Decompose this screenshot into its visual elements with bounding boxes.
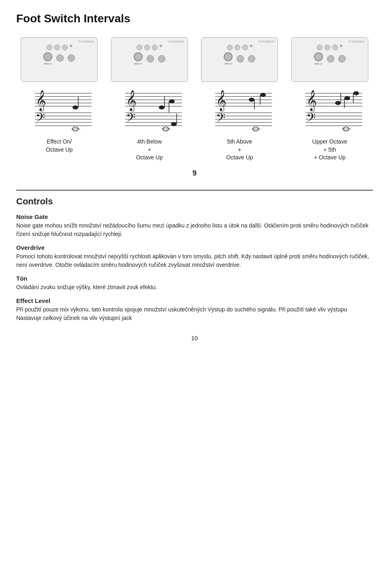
overdrive-text: Pomocí tohoto kontrolovat množství nejvy… [16,252,373,269]
device-top-row-2 [115,45,184,50]
knob-med-4c [338,55,346,62]
knob-med-3c [248,55,255,62]
effect-level-text: Při použití pouze mix výkonu, tato kontr… [16,305,373,322]
device-illustration-2: FISHMAN effect on [111,37,188,82]
controls-title: Controls [16,196,373,207]
column-upper-octave: FISHMAN effect on [287,37,373,162]
knob-med-4b [327,55,334,62]
svg-point-60 [335,101,341,105]
device-top-row-4 [295,45,365,50]
knob-label-3a: effect on [224,62,232,65]
effect-level-heading: Effect Level [16,297,373,304]
device-illustration-4: FISHMAN effect on [291,37,368,82]
knob-med-1c [68,54,75,62]
device-top-row-1 [24,45,94,50]
control-block-noise-gate: Noise Gate Noise gate mohou snížit množs… [16,213,373,238]
knob-large-2a [134,52,143,61]
device-middle-4: effect on [295,52,365,65]
svg-point-24 [169,99,175,103]
knob-med-1b [56,54,64,62]
knob-large-3a [224,52,233,61]
svg-point-42 [249,98,254,102]
svg-point-22 [159,105,165,109]
knob-3b [235,45,240,50]
knob-label-1a: effect on [44,62,52,65]
col-label-4: Upper Octave + 5th + Octave Up [312,138,347,162]
svg-point-64 [353,91,359,95]
knob-4b [325,45,330,50]
svg-text:𝄢: 𝄢 [126,111,135,127]
overdrive-heading: Overdrive [16,244,373,251]
page-number-top: 9 [16,169,373,178]
control-block-effect-level: Effect Level Při použití pouze mix výkon… [16,297,373,322]
svg-text:𝄢: 𝄢 [216,111,225,127]
noise-gate-text: Noise gate mohou snížit množství nežádou… [16,221,373,238]
svg-text:𝄞: 𝄞 [306,90,317,112]
led-2 [160,45,162,47]
device-middle-2: effect on [115,52,184,65]
device-illustration-1: FISHMAN effect on [21,37,98,82]
column-5th-above: FISHMAN effect on [197,37,283,162]
device-middle-3: effect on [205,52,274,65]
knob-2c [152,45,158,50]
svg-text:𝄞: 𝄞 [216,90,227,112]
led-4 [340,45,342,47]
page-title: Foot Switch Intervals [16,12,373,25]
svg-text:𝄢: 𝄢 [36,111,45,127]
col-label-1: Effect On/ Octave Up [46,138,73,159]
knob-2b [144,45,150,50]
device-illustration-3: FISHMAN effect on [201,37,278,82]
svg-point-44 [260,93,266,97]
column-effect-on: FISHMAN effect on [16,37,103,162]
knob-med-2b [147,55,154,62]
led-3 [250,45,252,47]
col-label-2: 4th Below + Octave Up [136,138,163,162]
foot-switch-columns: FISHMAN effect on [16,37,373,162]
ton-text: Ovládání zvuku snižuje výšky, které ztma… [16,283,373,292]
brand-label-4: FISHMAN [349,40,365,43]
device-top-row-3 [205,45,274,50]
notation-1: 𝄞 𝄢 [21,85,98,134]
ton-heading: Tón [16,275,373,282]
svg-text:𝄢: 𝄢 [306,111,316,127]
led-1 [70,45,72,47]
control-block-overdrive: Overdrive Pomocí tohoto kontrolovat množ… [16,244,373,269]
knob-med-3b [237,55,244,62]
control-block-ton: Tón Ovládání zvuku snižuje výšky, které … [16,275,373,292]
page-number-bottom: 10 [16,335,373,341]
knob-1c [62,45,68,50]
knob-4a [317,45,323,50]
svg-text:𝄞: 𝄞 [36,90,46,112]
svg-text:𝄞: 𝄞 [126,90,137,112]
knob-2a [137,45,142,50]
notation-2: 𝄞 𝄢 [111,85,188,134]
knob-large-1a [43,52,52,61]
col-label-3: 5th Above + Octave Up [226,138,253,162]
knob-4c [332,45,338,50]
knob-3c [242,45,248,50]
knob-med-2c [158,55,165,62]
knob-label-4a: effect on [314,62,322,65]
noise-gate-heading: Noise Gate [16,213,373,220]
device-middle-1: effect on [24,52,94,65]
knob-large-4a [314,52,323,61]
svg-point-34 [171,122,177,126]
column-4th-below: FISHMAN effect on [107,37,193,162]
notation-4: 𝄞 𝄢 [291,85,368,134]
brand-label-3: FISHMAN [259,40,275,43]
knob-1a [47,45,52,50]
notation-3: 𝄞 𝄢 [201,85,278,134]
controls-section: Controls Noise Gate Noise gate mohou sní… [16,190,373,322]
svg-point-6 [73,105,78,109]
knob-1b [54,45,60,50]
brand-label-1: FISHMAN [79,40,94,43]
knob-label-2a: effect on [134,62,142,65]
svg-point-62 [344,96,350,100]
brand-label-2: FISHMAN [169,40,184,43]
knob-3a [227,45,233,50]
